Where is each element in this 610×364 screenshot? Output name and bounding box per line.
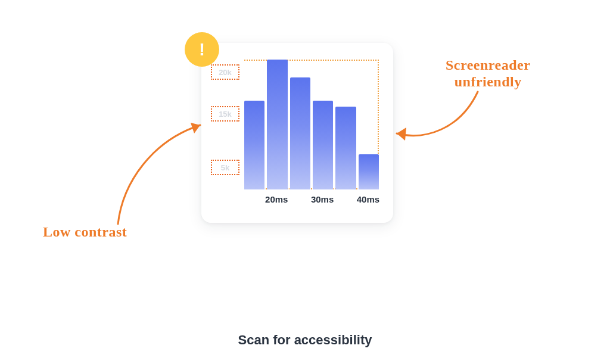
y-tick-20k-highlight: 20k <box>211 64 239 80</box>
svg-marker-1 <box>397 127 406 141</box>
x-tick-label: 20ms <box>265 194 288 204</box>
y-tick-label: 5k <box>221 163 229 172</box>
chart-bar <box>313 101 333 189</box>
chart-bars <box>244 60 379 189</box>
x-tick-label: 40ms <box>357 194 379 204</box>
warning-icon: ! <box>185 32 219 67</box>
chart-bar <box>359 154 379 189</box>
x-tick-label: 30ms <box>311 194 334 204</box>
y-tick-5k-highlight: 5k <box>211 160 239 175</box>
figure-caption: Scan for accessibility <box>0 332 610 348</box>
arrow-low-contrast <box>111 117 212 230</box>
chart-card: ! 20k 15k 5k 20ms 30ms 40ms <box>201 43 393 223</box>
y-tick-label: 15k <box>219 110 232 119</box>
y-tick-label: 20k <box>219 68 232 77</box>
x-axis-labels: 20ms 30ms 40ms <box>244 194 379 209</box>
chart-bar <box>267 60 287 189</box>
chart-bar <box>290 77 310 189</box>
chart-bar <box>335 107 356 189</box>
annotation-screenreader: Screenreader unfriendly <box>446 57 530 90</box>
y-tick-15k-highlight: 15k <box>211 106 239 122</box>
chart-bar <box>244 101 264 189</box>
chart-plot-area <box>244 60 379 189</box>
arrow-screenreader <box>388 88 484 154</box>
